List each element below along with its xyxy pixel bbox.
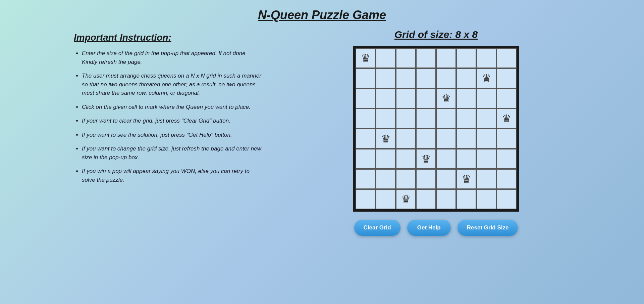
- grid-cell-4-4[interactable]: [436, 129, 456, 149]
- grid-row-3: ♛: [356, 108, 517, 129]
- grid-cell-0-7[interactable]: [496, 48, 517, 68]
- grid-cell-6-4[interactable]: [436, 169, 456, 189]
- instruction-item-5: If you want to change the grid size, jus…: [82, 144, 262, 162]
- grid-cell-3-5[interactable]: [456, 108, 476, 129]
- grid-cell-5-4[interactable]: [436, 149, 456, 169]
- grid-cell-7-1[interactable]: [376, 189, 396, 209]
- instruction-item-2: Click on the given cell to mark where th…: [82, 103, 262, 112]
- grid-cell-0-0[interactable]: ♛: [356, 48, 376, 68]
- grid-cell-6-7[interactable]: [496, 169, 517, 189]
- grid-cell-3-0[interactable]: [356, 108, 376, 129]
- grid-cell-0-2[interactable]: [396, 48, 416, 68]
- instruction-item-6: If you win a pop will appear saying you …: [82, 167, 262, 184]
- get-help-button[interactable]: Get Help: [407, 220, 451, 236]
- grid-cell-1-6[interactable]: ♛: [476, 68, 496, 88]
- instructions-panel: Important Instruction: Enter the size of…: [67, 29, 268, 193]
- grid-cell-5-0[interactable]: [356, 149, 376, 169]
- grid-cell-4-2[interactable]: [396, 129, 416, 149]
- grid-cell-3-3[interactable]: [416, 108, 436, 129]
- queen-icon-7-2: ♛: [401, 194, 411, 205]
- queen-icon-3-7: ♛: [502, 113, 512, 124]
- grid-cell-6-0[interactable]: [356, 169, 376, 189]
- grid-cell-2-1[interactable]: [376, 88, 396, 108]
- grid-cell-4-1[interactable]: ♛: [376, 129, 396, 149]
- grid-cell-5-6[interactable]: [476, 149, 496, 169]
- queen-icon-0-0: ♛: [361, 53, 371, 63]
- grid-cell-1-4[interactable]: [436, 68, 456, 88]
- grid-row-6: ♛: [356, 169, 517, 189]
- grid-cell-5-2[interactable]: [396, 149, 416, 169]
- grid-cell-0-3[interactable]: [416, 48, 436, 68]
- clear-grid-button[interactable]: Clear Grid: [354, 220, 400, 236]
- queen-icon-1-6: ♛: [482, 73, 491, 84]
- grid-cell-6-2[interactable]: [396, 169, 416, 189]
- grid-cell-0-4[interactable]: [436, 48, 456, 68]
- grid-cell-6-1[interactable]: [376, 169, 396, 189]
- grid-cell-5-7[interactable]: [496, 149, 517, 169]
- main-content: Important Instruction: Enter the size of…: [54, 29, 590, 236]
- grid-cell-2-5[interactable]: [456, 88, 476, 108]
- grid-cell-2-7[interactable]: [496, 88, 517, 108]
- instruction-item-1: The user must arrange chess queens on a …: [82, 72, 262, 97]
- reset-grid-size-button[interactable]: Reset Grid Size: [458, 220, 518, 236]
- grid-row-5: ♛: [356, 149, 517, 169]
- grid-cell-3-2[interactable]: [396, 108, 416, 129]
- grid-row-2: ♛: [356, 88, 517, 108]
- grid-row-7: ♛: [356, 189, 517, 209]
- instruction-item-4: If you want to see the solution, just pr…: [82, 131, 262, 139]
- grid-cell-7-5[interactable]: [456, 189, 476, 209]
- grid-cell-5-3[interactable]: ♛: [416, 149, 436, 169]
- instruction-item-3: If your want to clear the grid, just pre…: [82, 117, 262, 125]
- buttons-row: Clear Grid Get Help Reset Grid Size: [354, 220, 518, 236]
- grid-cell-3-4[interactable]: [436, 108, 456, 129]
- grid-cell-1-5[interactable]: [456, 68, 476, 88]
- queen-icon-4-1: ♛: [381, 133, 391, 144]
- grid-container: ♛♛♛♛♛♛♛♛: [353, 46, 519, 212]
- grid-cell-2-2[interactable]: [396, 88, 416, 108]
- grid-cell-1-0[interactable]: [356, 68, 376, 88]
- queen-icon-6-5: ♛: [462, 174, 471, 184]
- grid-row-4: ♛: [356, 129, 517, 149]
- grid-cell-2-3[interactable]: [416, 88, 436, 108]
- grid-cell-4-5[interactable]: [456, 129, 476, 149]
- grid-cell-4-3[interactable]: [416, 129, 436, 149]
- grid-cell-0-5[interactable]: [456, 48, 476, 68]
- grid-cell-1-2[interactable]: [396, 68, 416, 88]
- grid-cell-7-6[interactable]: [476, 189, 496, 209]
- grid-cell-0-6[interactable]: [476, 48, 496, 68]
- game-panel: Grid of size: 8 x 8 ♛♛♛♛♛♛♛♛ Clear Grid …: [295, 29, 577, 236]
- grid-cell-6-3[interactable]: [416, 169, 436, 189]
- grid-cell-1-1[interactable]: [376, 68, 396, 88]
- grid-cell-7-2[interactable]: ♛: [396, 189, 416, 209]
- grid-cell-2-4[interactable]: ♛: [436, 88, 456, 108]
- grid-cell-7-0[interactable]: [356, 189, 376, 209]
- grid-row-0: ♛: [356, 48, 517, 68]
- grid-cell-5-5[interactable]: [456, 149, 476, 169]
- grid-title: Grid of size: 8 x 8: [394, 29, 478, 40]
- grid-cell-3-6[interactable]: [476, 108, 496, 129]
- grid-cell-2-0[interactable]: [356, 88, 376, 108]
- grid-cell-7-7[interactable]: [496, 189, 517, 209]
- grid-cell-4-7[interactable]: [496, 129, 517, 149]
- instructions-list: Enter the size of the grid in the pop-up…: [74, 49, 262, 184]
- instructions-title: Important Instruction:: [74, 32, 262, 43]
- page-title: N-Queen Puzzle Game: [258, 8, 386, 22]
- grid-cell-1-3[interactable]: [416, 68, 436, 88]
- grid-cell-5-1[interactable]: [376, 149, 396, 169]
- grid-cell-7-3[interactable]: [416, 189, 436, 209]
- queen-icon-2-4: ♛: [441, 93, 451, 104]
- instruction-item-0: Enter the size of the grid in the pop-up…: [82, 49, 262, 66]
- grid-cell-4-6[interactable]: [476, 129, 496, 149]
- grid-cell-1-7[interactable]: [496, 68, 517, 88]
- grid-cell-0-1[interactable]: [376, 48, 396, 68]
- grid-cell-6-6[interactable]: [476, 169, 496, 189]
- grid-cell-3-1[interactable]: [376, 108, 396, 129]
- queen-icon-5-3: ♛: [421, 154, 431, 164]
- grid-cell-2-6[interactable]: [476, 88, 496, 108]
- grid-cell-6-5[interactable]: ♛: [456, 169, 476, 189]
- grid-cell-3-7[interactable]: ♛: [496, 108, 517, 129]
- grid-cell-4-0[interactable]: [356, 129, 376, 149]
- grid-cell-7-4[interactable]: [436, 189, 456, 209]
- grid-row-1: ♛: [356, 68, 517, 88]
